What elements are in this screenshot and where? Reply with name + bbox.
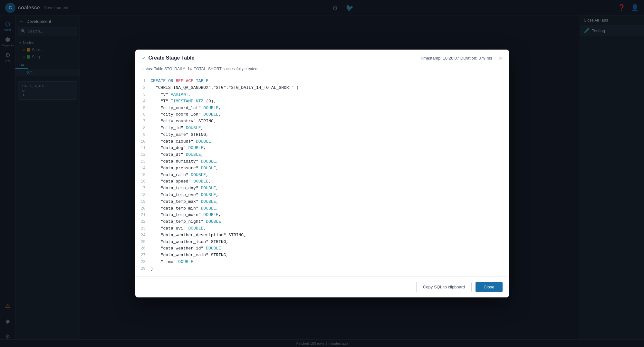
line-content: "data_weather_main" STRING, [151, 252, 229, 259]
line-number: 1 [140, 78, 151, 84]
line-content: "data_speed" DOUBLE, [151, 178, 211, 185]
line-number: 5 [140, 105, 151, 111]
line-number: 18 [140, 192, 151, 198]
sql-line: 14 "data_pressure" DOUBLE, [140, 165, 504, 172]
sql-line: 11 "data_deg" DOUBLE, [140, 145, 504, 152]
line-number: 26 [140, 246, 151, 252]
line-number: 11 [140, 145, 151, 151]
close-button[interactable]: Close [476, 282, 502, 292]
app-shell: C coalesce Development ⚙ 🐦 ❓ 👤 ⬡ Nodes ⬢… [0, 0, 644, 347]
line-content: "V" VARIANT, [151, 91, 191, 98]
sql-line: 16 "data_speed" DOUBLE, [140, 178, 504, 185]
line-number: 27 [140, 252, 151, 258]
line-content: "data_deg" DOUBLE, [151, 145, 206, 152]
modal-header: ✓ Create Stage Table Timestamp: 10:26:07… [135, 50, 509, 64]
line-content: "data_temp_night" DOUBLE, [151, 219, 224, 225]
sql-line: 17 "data_temp_day" DOUBLE, [140, 185, 504, 192]
modal-header-right: Timestamp: 10:26:07 Duration: 879 ms × [420, 55, 503, 61]
modal-body: 1CREATE OR REPLACE TABLE2 "CHRISTINA_QA_… [135, 74, 509, 276]
line-content: "data_weather_id" DOUBLE, [151, 245, 224, 252]
modal-status-bar: status: Table STG_DAILY_14_TOTAL_SHORT s… [135, 64, 509, 74]
line-content: ) [151, 266, 153, 272]
line-number: 7 [140, 118, 151, 125]
line-number: 13 [140, 159, 151, 165]
line-content: "data_clouds" DOUBLE, [151, 138, 214, 145]
sql-line: 10 "data_clouds" DOUBLE, [140, 138, 504, 145]
modal-overlay: ✓ Create Stage Table Timestamp: 10:26:07… [0, 0, 644, 347]
line-content: "data_temp_day" DOUBLE, [151, 185, 219, 192]
sql-line: 7 "city_country" STRING, [140, 118, 504, 125]
sql-line: 18 "data_temp_eve" DOUBLE, [140, 192, 504, 199]
line-content: "data_weather_icon" STRING, [151, 239, 229, 246]
sql-line: 8 "city_id" DOUBLE, [140, 125, 504, 132]
line-number: 4 [140, 98, 151, 105]
line-number: 25 [140, 239, 151, 245]
sql-line: 20 "data_temp_min" DOUBLE, [140, 205, 504, 212]
line-number: 2 [140, 85, 151, 91]
line-content: "city_coord_lat" DOUBLE, [151, 105, 221, 112]
modal-dialog: ✓ Create Stage Table Timestamp: 10:26:07… [135, 50, 509, 297]
sql-line: 23 "data_uvi" DOUBLE, [140, 225, 504, 232]
line-content: "data_temp_morn" DOUBLE, [151, 212, 221, 219]
line-content: "data_weather_description" STRING, [151, 232, 246, 239]
sql-line: 15 "data_rain" DOUBLE, [140, 172, 504, 179]
line-content: "city_country" STRING, [151, 118, 216, 125]
sql-line: 21 "data_temp_morn" DOUBLE, [140, 212, 504, 219]
line-number: 8 [140, 125, 151, 131]
sql-line: 3 "V" VARIANT, [140, 91, 504, 98]
line-content: "time" DOUBLE [151, 259, 194, 266]
sql-line: 22 "data_temp_night" DOUBLE, [140, 219, 504, 225]
line-number: 29 [140, 266, 151, 272]
modal-close-button[interactable]: × [499, 55, 503, 61]
line-content: CREATE OR REPLACE TABLE [151, 78, 208, 85]
sql-code-block: 1CREATE OR REPLACE TABLE2 "CHRISTINA_QA_… [140, 78, 504, 272]
modal-timestamp: Timestamp: 10:26:07 Duration: 879 ms [420, 56, 492, 61]
sql-line: 27 "data_weather_main" STRING, [140, 252, 504, 259]
line-number: 10 [140, 139, 151, 145]
line-number: 12 [140, 152, 151, 158]
line-content: "data_rain" DOUBLE, [151, 172, 208, 179]
sql-line: 12 "data_dt" DOUBLE, [140, 152, 504, 158]
line-content: "city_id" DOUBLE, [151, 125, 204, 132]
copy-sql-button[interactable]: Copy SQL to clipboard [416, 282, 472, 292]
line-content: "data_temp_min" DOUBLE, [151, 205, 219, 212]
line-number: 28 [140, 259, 151, 265]
modal-footer: Copy SQL to clipboard Close [135, 276, 509, 297]
line-content: "T" TIMESTAMP_NTZ (9), [151, 98, 216, 105]
line-content: "data_pressure" DOUBLE, [151, 165, 219, 172]
sql-line: 29) [140, 266, 504, 272]
line-content: "data_temp_eve" DOUBLE, [151, 192, 219, 199]
line-number: 14 [140, 165, 151, 172]
sql-line: 9 "city_name" STRING, [140, 132, 504, 138]
sql-line: 19 "data_temp_max" DOUBLE, [140, 199, 504, 205]
sql-line: 13 "data_humidity" DOUBLE, [140, 158, 504, 165]
line-content: "city_coord_lon" DOUBLE, [151, 111, 221, 118]
line-content: "data_dt" DOUBLE, [151, 152, 204, 158]
sql-line: 25 "data_weather_icon" STRING, [140, 239, 504, 246]
line-content: "data_humidity" DOUBLE, [151, 158, 219, 165]
sql-line: 24 "data_weather_description" STRING, [140, 232, 504, 239]
line-number: 6 [140, 112, 151, 118]
modal-title-area: ✓ Create Stage Table [142, 55, 195, 61]
line-content: "city_name" STRING, [151, 132, 208, 138]
line-content: "data_temp_max" DOUBLE, [151, 199, 219, 205]
line-number: 17 [140, 185, 151, 192]
sql-line: 28 "time" DOUBLE [140, 259, 504, 266]
line-number: 21 [140, 212, 151, 218]
line-number: 24 [140, 232, 151, 239]
modal-title: Create Stage Table [149, 55, 195, 61]
sql-line: 4 "T" TIMESTAMP_NTZ (9), [140, 98, 504, 105]
line-number: 9 [140, 132, 151, 138]
line-number: 20 [140, 206, 151, 212]
line-number: 22 [140, 219, 151, 225]
sql-line: 1CREATE OR REPLACE TABLE [140, 78, 504, 85]
line-content: "CHRISTINA_QA_SANDBOX"."STG"."STG_DAILY_… [151, 85, 299, 91]
success-icon: ✓ [142, 55, 146, 61]
line-number: 23 [140, 226, 151, 232]
sql-line: 5 "city_coord_lat" DOUBLE, [140, 105, 504, 112]
sql-line: 2 "CHRISTINA_QA_SANDBOX"."STG"."STG_DAIL… [140, 85, 504, 91]
line-content: "data_uvi" DOUBLE, [151, 225, 206, 232]
line-number: 15 [140, 172, 151, 178]
sql-line: 26 "data_weather_id" DOUBLE, [140, 245, 504, 252]
line-number: 16 [140, 179, 151, 185]
